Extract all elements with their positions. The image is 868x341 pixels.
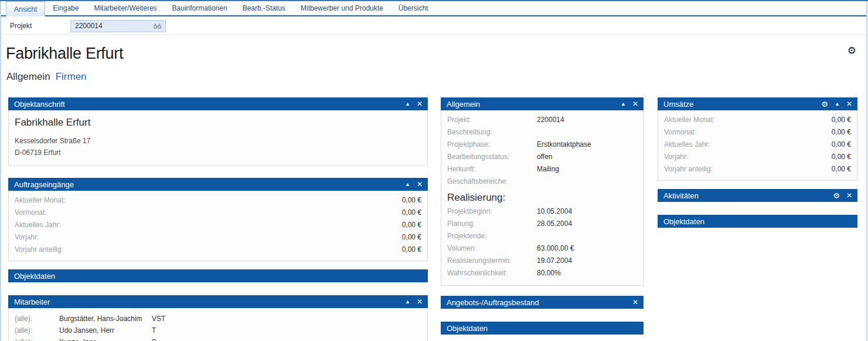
table-row: Aktuelles Jahr: 0,00 € (658, 139, 857, 151)
gear-icon[interactable]: ⚙ (833, 192, 840, 200)
tab-bearb-status[interactable]: Bearb.-Status (235, 1, 293, 15)
row-label: Aktueller Monat: (664, 116, 715, 124)
row-label: Herkunft: (447, 165, 476, 173)
row-label: Geschäftsbereiche: (447, 177, 508, 185)
app-window: Ansicht Eingabe Mitarbeiter/Weiteres Bau… (0, 0, 868, 341)
staff-scope: (alle): (15, 336, 32, 341)
tab-bauinformationen[interactable]: Bauinformationen (165, 1, 235, 15)
panel-objektanschrift-header[interactable]: Objektanschrift ▲ ✕ (8, 97, 428, 110)
table-row: Projektphase: Erstkontaktphase (441, 139, 643, 151)
row-label: Vorjahr: (664, 153, 688, 161)
panel-umsaetze-header[interactable]: Umsätze ⚙ ▲ ✕ (658, 97, 857, 110)
table-row: Herkunft: Mailing (441, 163, 643, 175)
row-label: Projektphase: (447, 140, 490, 148)
row-label: Vormonat: (664, 128, 696, 136)
staff-scope: (alle): (15, 325, 32, 336)
table-row: Vormonat: 0,00 € (658, 126, 857, 139)
tab-uebersicht[interactable]: Übersicht (391, 1, 436, 15)
table-row: Beschreibung: (441, 126, 643, 139)
page-settings-gear-icon[interactable]: ⚙ (847, 46, 856, 56)
close-icon[interactable]: ✕ (417, 100, 423, 107)
panel-objektdaten-middle-header[interactable]: Objektdaten (441, 322, 644, 335)
close-icon[interactable]: ✕ (632, 100, 638, 107)
row-label: Vorjahr anteilig: (15, 245, 63, 254)
panel-title: Allgemein (447, 100, 614, 109)
table-row: Projektende: (441, 230, 643, 242)
row-value: 10.05.2004 (537, 205, 572, 218)
panel-angebotsbestand-header[interactable]: Angebots-/Auftragsbestand ✕ (441, 296, 644, 309)
object-street: Kesselsdorfer Straße 17 (15, 135, 421, 147)
tab-eingabe[interactable]: Eingabe (45, 1, 86, 15)
row-label: Vorjahr anteilig: (664, 165, 713, 173)
tab-mitbewerber-produkte[interactable]: Mitbewerber und Produkte (293, 1, 391, 15)
close-icon[interactable]: ✕ (846, 100, 852, 107)
table-row: Realisierungstermin: 19.07.2004 (441, 255, 643, 267)
tab-mitarbeiter-weiteres[interactable]: Mitarbeiter/Weiteres (86, 1, 164, 15)
panel-mitarbeiter-header[interactable]: Mitarbeiter ▲ ✕ (8, 295, 428, 308)
row-value: 0,00 € (832, 163, 851, 175)
staff-name: Udo Jansen, Herr (59, 325, 114, 336)
row-label: Volumen: (447, 244, 476, 252)
row-value: 28.05.2004 (537, 218, 572, 230)
panel-objektdaten-left-header[interactable]: Objektdaten (8, 269, 428, 282)
collapse-icon[interactable]: ▲ (621, 102, 626, 107)
table-row: Vormonat: 0,00 € (9, 207, 427, 219)
object-name: Fabrikhalle Erfurt (15, 117, 421, 129)
panel-angebotsbestand: Angebots-/Auftragsbestand ✕ (441, 296, 644, 309)
collapse-icon[interactable]: ▲ (405, 102, 410, 107)
panel-title: Objektdaten (663, 217, 852, 226)
row-label: Projektende: (447, 232, 486, 240)
column-middle: Allgemein ▲ ✕ Projekt: 2200014 Beschreib… (441, 97, 644, 341)
row-value: offen (537, 151, 552, 163)
panel-allgemein-header[interactable]: Allgemein ▲ ✕ (441, 97, 644, 110)
panel-mitarbeiter: Mitarbeiter ▲ ✕ (alle): Burgstätter, Han… (8, 295, 428, 341)
table-row: Bearbeitungsstatus: offen (441, 151, 643, 163)
table-row: Planung: 28.05.2004 (441, 218, 643, 230)
window-right-border (866, 1, 867, 341)
close-icon[interactable]: ✕ (632, 299, 638, 306)
collapse-icon[interactable]: ▲ (835, 102, 840, 107)
table-row: Vorjahr: 0,00 € (658, 151, 857, 163)
project-toolbar: Projekt (1, 18, 866, 35)
table-row: Aktueller Monat: 0,00 € (658, 114, 857, 126)
table-row: (alle): Burgstätter, Hans-Joachim VST (9, 313, 427, 325)
page-title: Fabrikhalle Erfurt (6, 45, 123, 63)
subnav-firmen-link[interactable]: Firmen (56, 71, 87, 83)
row-value: 0,00 € (402, 194, 421, 207)
panel-title: Auftragseingänge (14, 180, 399, 189)
row-value: 0,00 € (832, 139, 851, 151)
row-value: 0,00 € (402, 219, 421, 231)
window-top-border (0, 0, 868, 1)
table-row: Vorjahr anteilig: 0,00 € (9, 244, 427, 256)
project-lookup-button[interactable] (149, 21, 165, 32)
row-label: Projektbeginn: (447, 207, 492, 215)
row-label: Beschreibung: (447, 128, 492, 136)
panel-aktivitaeten-header[interactable]: Aktivitäten ⚙ ✕ (658, 189, 857, 202)
staff-code: VST (152, 313, 165, 325)
close-icon[interactable]: ✕ (846, 192, 852, 199)
panel-title: Objektanschrift (14, 100, 399, 109)
subnav-allgemein[interactable]: Allgemein (6, 71, 50, 83)
panel-objektdaten-middle: Objektdaten (441, 322, 644, 335)
objektanschrift-body: Fabrikhalle Erfurt Kesselsdorfer Straße … (8, 110, 428, 166)
panel-aktivitaeten: Aktivitäten ⚙ ✕ (658, 189, 857, 202)
close-icon[interactable]: ✕ (417, 181, 423, 188)
panel-objektdaten-right-header[interactable]: Objektdaten (658, 215, 857, 228)
staff-code: S (152, 336, 156, 341)
panel-title: Objektdaten (14, 272, 423, 281)
close-icon[interactable]: ✕ (417, 298, 423, 305)
staff-name: Burgstätter, Hans-Joachim (59, 313, 142, 325)
tab-ansicht[interactable]: Ansicht (6, 1, 45, 16)
project-number-input[interactable] (71, 22, 149, 30)
panel-auftragseingaenge-header[interactable]: Auftragseingänge ▲ ✕ (8, 178, 428, 191)
allgemein-body: Projekt: 2200014 Beschreibung: Projektph… (441, 110, 644, 286)
collapse-icon[interactable]: ▲ (405, 182, 410, 187)
panel-allgemein: Allgemein ▲ ✕ Projekt: 2200014 Beschreib… (441, 97, 644, 286)
table-row: Projekt: 2200014 (441, 114, 643, 126)
collapse-icon[interactable]: ▲ (405, 299, 410, 305)
panel-title: Mitarbeiter (14, 298, 399, 306)
row-label: Bearbeitungsstatus: (447, 153, 509, 161)
row-label: Aktuelles Jahr: (15, 221, 61, 229)
column-left: Objektanschrift ▲ ✕ Fabrikhalle Erfurt K… (8, 97, 428, 341)
gear-icon[interactable]: ⚙ (821, 100, 828, 108)
